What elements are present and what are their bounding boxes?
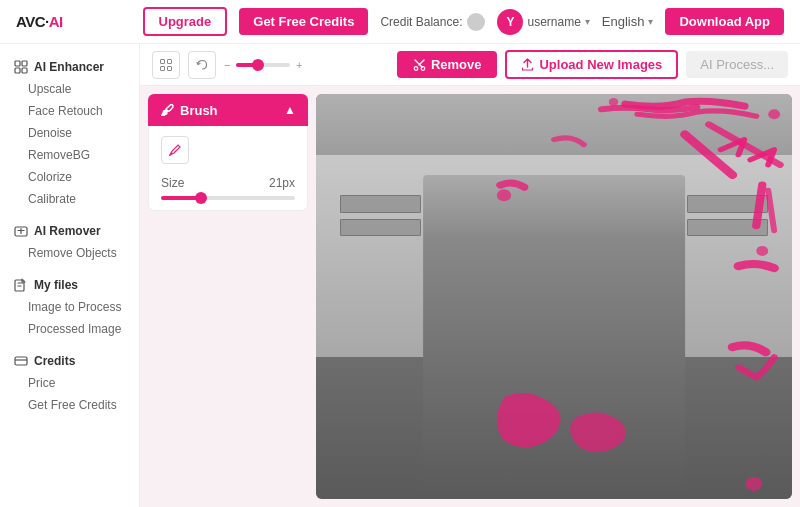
remover-icon [14, 224, 28, 238]
undo-button[interactable] [188, 51, 216, 79]
window [687, 219, 768, 236]
upload-button[interactable]: Upload New Images [505, 50, 678, 79]
main-layout: AI Enhancer Upscale Face Retouch Denoise… [0, 44, 800, 507]
language-selector[interactable]: English ▾ [602, 14, 654, 29]
upgrade-button[interactable]: Upgrade [143, 7, 228, 36]
sidebar-item-price[interactable]: Price [0, 372, 139, 394]
chevron-up-icon[interactable]: ▲ [284, 103, 296, 117]
brush-tools [161, 136, 295, 164]
svg-rect-2 [15, 68, 20, 73]
upload-icon [521, 58, 534, 71]
image-canvas[interactable] [316, 94, 792, 499]
sidebar-section-enhancer: AI Enhancer Upscale Face Retouch Denoise… [0, 56, 139, 210]
files-icon [14, 278, 28, 292]
sidebar-item-denoise[interactable]: Denoise [0, 122, 139, 144]
sidebar-section-title-credits: Credits [0, 350, 139, 372]
svg-rect-7 [161, 59, 165, 63]
header: AVC·AI Upgrade Get Free Credits Credit B… [0, 0, 800, 44]
sidebar-section-files: My files Image to Process Processed Imag… [0, 274, 139, 340]
zoom-out-icon: − [224, 59, 230, 71]
sidebar-item-calibrate[interactable]: Calibrate [0, 188, 139, 210]
chevron-down-icon: ▾ [648, 16, 653, 27]
svg-rect-3 [22, 68, 27, 73]
logo: AVC·AI [16, 13, 63, 30]
svg-rect-6 [15, 357, 27, 365]
brush-panel: 🖌 Brush ▲ Siz [148, 94, 308, 499]
sidebar-section-title-enhancer: AI Enhancer [0, 56, 139, 78]
figure [423, 175, 685, 499]
credits-icon [14, 354, 28, 368]
sidebar-item-get-free-credits[interactable]: Get Free Credits [0, 394, 139, 416]
toolbar: − + Remove [140, 44, 800, 86]
sidebar-section-title-files: My files [0, 274, 139, 296]
credit-balance: Credit Balance: [380, 13, 485, 31]
svg-point-12 [421, 67, 425, 71]
brush-draw-tool[interactable] [161, 136, 189, 164]
process-button[interactable]: AI Process... [686, 51, 788, 78]
zoom-slider[interactable]: − + [224, 59, 302, 71]
brush-size-slider[interactable] [161, 196, 295, 200]
window [687, 195, 768, 212]
window [340, 219, 421, 236]
remove-button[interactable]: Remove [397, 51, 498, 78]
svg-rect-1 [22, 61, 27, 66]
pen-icon [168, 143, 182, 157]
scissors-icon [413, 58, 426, 71]
sidebar-item-processed-image[interactable]: Processed Image [0, 318, 139, 340]
grid-view-button[interactable] [152, 51, 180, 79]
user-dropdown[interactable]: Y username ▾ [497, 9, 589, 35]
svg-rect-10 [168, 66, 172, 70]
sidebar-item-removebg[interactable]: RemoveBG [0, 144, 139, 166]
user-avatar: Y [497, 9, 523, 35]
window [340, 195, 421, 212]
content-area: − + Remove [140, 44, 800, 507]
svg-point-11 [414, 67, 418, 71]
brush-header: 🖌 Brush ▲ [148, 94, 308, 126]
credit-dot [467, 13, 485, 31]
sidebar-item-upscale[interactable]: Upscale [0, 78, 139, 100]
sidebar-section-remover: AI Remover Remove Objects [0, 220, 139, 264]
svg-rect-0 [15, 61, 20, 66]
download-app-button[interactable]: Download App [665, 8, 784, 35]
svg-rect-8 [168, 59, 172, 63]
undo-icon [196, 59, 208, 71]
sidebar-item-face-retouch[interactable]: Face Retouch [0, 100, 139, 122]
zoom-track [236, 63, 290, 67]
sidebar-section-title-remover: AI Remover [0, 220, 139, 242]
sidebar-section-credits: Credits Price Get Free Credits [0, 350, 139, 416]
free-credits-button[interactable]: Get Free Credits [239, 8, 368, 35]
enhancer-icon [14, 60, 28, 74]
user-name: username [527, 15, 580, 29]
brush-size-row: Size 21px [161, 176, 295, 190]
canvas-area: 🖌 Brush ▲ Siz [140, 86, 800, 507]
brush-body: Size 21px [148, 126, 308, 211]
brush-slider-thumb[interactable] [195, 192, 207, 204]
sidebar-item-image-to-process[interactable]: Image to Process [0, 296, 139, 318]
grid-icon [160, 59, 172, 71]
svg-rect-9 [161, 66, 165, 70]
brush-icon: 🖌 [160, 102, 174, 118]
zoom-in-icon: + [296, 59, 302, 71]
sidebar-item-colorize[interactable]: Colorize [0, 166, 139, 188]
chevron-down-icon: ▾ [585, 16, 590, 27]
sidebar-item-remove-objects[interactable]: Remove Objects [0, 242, 139, 264]
sidebar: AI Enhancer Upscale Face Retouch Denoise… [0, 44, 140, 507]
zoom-thumb[interactable] [252, 59, 264, 71]
photo-container [316, 94, 792, 499]
